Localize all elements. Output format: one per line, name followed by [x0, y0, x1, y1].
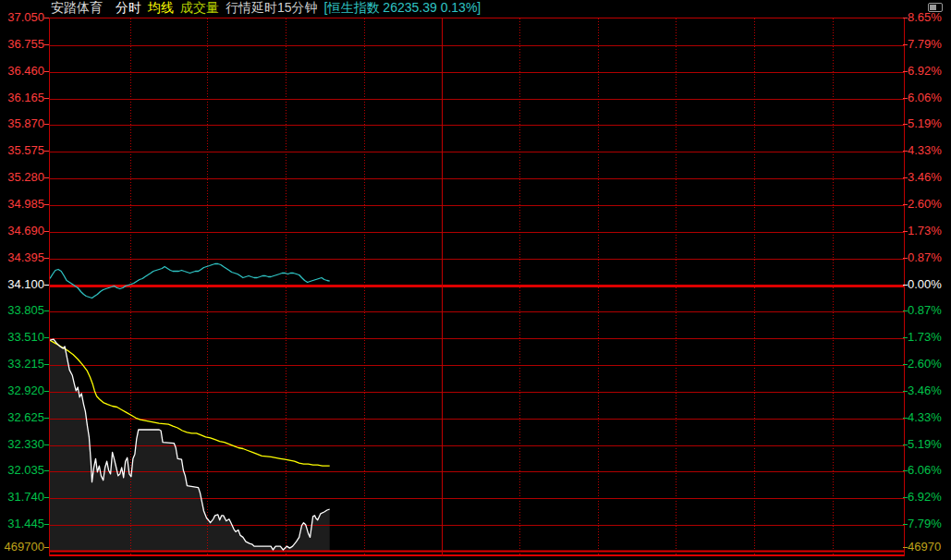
- right-percent-label: 6.06%: [908, 91, 951, 105]
- right-percent-label: 7.79%: [908, 517, 951, 531]
- left-price-label: 34.100: [0, 277, 44, 292]
- left-axis-tick: [44, 364, 49, 365]
- right-percent-label: 6.06%: [908, 463, 951, 478]
- left-price-label: 35.575: [0, 143, 44, 158]
- left-axis-tick: [44, 391, 49, 392]
- right-percent-label: 0.00%: [908, 277, 951, 292]
- right-axis-tick: [903, 204, 908, 205]
- left-axis-tick: [44, 547, 49, 548]
- right-axis-tick: [903, 231, 908, 232]
- left-axis-tick: [44, 418, 49, 419]
- left-axis-tick: [44, 337, 49, 338]
- left-price-label: 35.870: [0, 116, 44, 131]
- left-price-label: 34.985: [0, 197, 44, 212]
- right-percent-label: 0.87%: [908, 303, 951, 318]
- right-percent-label: 1.73%: [908, 330, 951, 345]
- left-price-label: 37.050: [0, 10, 44, 25]
- tab-intraday[interactable]: 分时: [116, 0, 141, 17]
- right-axis-tick: [903, 98, 908, 99]
- left-axis-tick: [44, 18, 49, 18]
- left-axis-tick: [44, 124, 49, 125]
- right-axis-tick: [903, 177, 908, 178]
- left-axis-tick: [44, 444, 49, 445]
- intraday-chart-window: 安踏体育 分时 均线 成交量 行情延时15分钟 [恒生指数 26235.39 0…: [0, 0, 951, 560]
- price-area-fill: [50, 339, 330, 551]
- right-percent-label: 2.60%: [908, 197, 951, 212]
- right-axis-tick: [903, 124, 908, 125]
- right-percent-label: 6.92%: [908, 490, 951, 505]
- right-axis-tick: [903, 310, 908, 311]
- right-axis-tick: [903, 364, 908, 365]
- chart-canvas: [50, 18, 904, 556]
- average-price-line: [50, 340, 330, 466]
- right-percent-label: 6.92%: [908, 64, 951, 79]
- left-axis-tick: [44, 204, 49, 205]
- left-price-label: 31.740: [0, 490, 44, 505]
- tab-moving-average[interactable]: 均线: [148, 0, 174, 17]
- left-axis-tick: [44, 285, 49, 286]
- chart-plot-area[interactable]: [49, 18, 905, 556]
- left-price-label: 32.035: [0, 463, 44, 478]
- right-axis-tick: [903, 497, 908, 498]
- left-axis-tick: [44, 258, 49, 259]
- left-volume-scale-label: 469700: [0, 540, 44, 554]
- left-price-label: 36.460: [0, 64, 44, 79]
- right-axis-tick: [903, 18, 908, 18]
- right-percent-label: 3.46%: [908, 383, 951, 398]
- left-axis-tick: [44, 44, 49, 45]
- right-percent-label: 4.33%: [908, 410, 951, 425]
- hang-seng-index-quote[interactable]: [恒生指数 26235.39 0.13%]: [324, 0, 482, 17]
- right-axis-tick: [903, 44, 908, 45]
- left-axis-tick: [44, 71, 49, 72]
- stock-name-label: 安踏体育: [51, 0, 103, 17]
- left-price-label: 36.165: [0, 91, 44, 105]
- right-axis-tick: [903, 470, 908, 471]
- left-axis-tick: [44, 231, 49, 232]
- hang-seng-index-line: [50, 264, 330, 298]
- left-price-label: 33.805: [0, 303, 44, 318]
- right-axis-tick: [903, 151, 908, 152]
- chart-title-bar: 安踏体育 分时 均线 成交量 行情延时15分钟 [恒生指数 26235.39 0…: [51, 0, 481, 17]
- right-axis-tick: [903, 418, 908, 419]
- left-price-label: 32.920: [0, 383, 44, 398]
- right-axis-tick: [903, 524, 908, 525]
- right-percent-label: 4.33%: [908, 143, 951, 158]
- right-axis-tick: [903, 71, 908, 72]
- quote-delay-note: 行情延时15分钟: [226, 0, 318, 17]
- left-axis-tick: [44, 177, 49, 178]
- left-price-label: 35.280: [0, 170, 44, 185]
- left-price-label: 32.625: [0, 410, 44, 425]
- right-axis-tick: [903, 391, 908, 392]
- left-price-label: 34.395: [0, 250, 44, 265]
- right-percent-label: 5.19%: [908, 116, 951, 131]
- right-axis-tick: [903, 337, 908, 338]
- right-percent-label: 0.87%: [908, 250, 951, 265]
- right-axis-tick: [903, 444, 908, 445]
- right-axis-tick: [903, 547, 908, 548]
- right-axis-tick: [903, 285, 908, 286]
- right-percent-label: 3.46%: [908, 170, 951, 185]
- left-price-label: 32.330: [0, 437, 44, 452]
- left-price-label: 33.215: [0, 357, 44, 371]
- right-volume-scale-label: 46970: [908, 540, 951, 554]
- left-axis-tick: [44, 524, 49, 525]
- right-percent-label: 7.79%: [908, 37, 951, 52]
- left-price-label: 33.510: [0, 330, 44, 345]
- right-percent-label: 2.60%: [908, 357, 951, 371]
- left-price-label: 36.755: [0, 37, 44, 52]
- left-axis-tick: [44, 310, 49, 311]
- right-percent-label: 8.65%: [908, 10, 951, 25]
- left-axis-tick: [44, 98, 49, 99]
- left-axis-tick: [44, 497, 49, 498]
- right-percent-label: 1.73%: [908, 224, 951, 238]
- right-axis-tick: [903, 258, 908, 259]
- left-axis-tick: [44, 151, 49, 152]
- left-axis-tick: [44, 470, 49, 471]
- left-price-label: 31.445: [0, 517, 44, 531]
- left-price-label: 34.690: [0, 224, 44, 238]
- right-percent-label: 5.19%: [908, 437, 951, 452]
- tab-volume[interactable]: 成交量: [180, 0, 219, 17]
